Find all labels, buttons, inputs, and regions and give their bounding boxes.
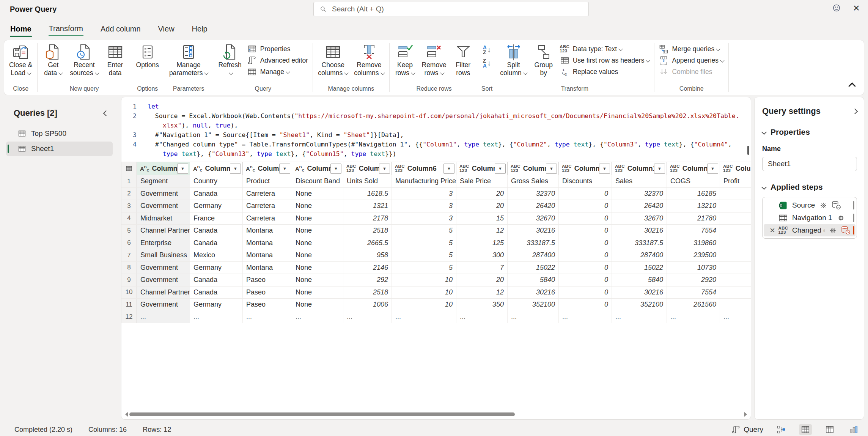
table-cell[interactable]: Government — [137, 299, 190, 311]
table-cell[interactable]: None — [292, 274, 343, 286]
table-cell[interactable]: Midmarket — [137, 212, 190, 225]
table-cell[interactable] — [720, 274, 751, 286]
ribbon-button-close-load[interactable]: Close &Load — [6, 42, 35, 78]
applied-step-navigation-1[interactable]: Navigation 1 — [764, 212, 855, 224]
table-cell[interactable]: 3 — [392, 188, 456, 200]
table-cell[interactable]: France — [190, 212, 243, 225]
gear-icon[interactable] — [819, 201, 828, 210]
table-cell[interactable]: 333187.5 — [508, 237, 559, 249]
table-cell[interactable]: None — [292, 299, 343, 311]
table-cell[interactable]: None — [292, 225, 343, 237]
table-cell[interactable]: 15022 — [508, 262, 559, 274]
table-cell[interactable]: Gross Sales — [508, 175, 559, 187]
ribbon-button-split-column[interactable]: Splitcolumn — [497, 42, 529, 78]
ribbon-button-manage[interactable]: Manage — [245, 66, 310, 77]
table-cell[interactable]: Paseo — [243, 286, 292, 299]
applied-steps-section-header[interactable]: Applied steps — [762, 183, 857, 192]
table-cell[interactable]: None — [292, 212, 343, 225]
table-cell[interactable]: ... — [508, 311, 559, 323]
filter-button-column10[interactable]: ▼ — [654, 164, 665, 174]
query-item-sheet1[interactable]: Sheet1 — [6, 142, 113, 156]
table-cell[interactable]: 1321 — [343, 200, 392, 212]
table-cell[interactable]: Carretera — [243, 188, 292, 200]
table-cell[interactable]: 2178 — [343, 212, 392, 225]
table-cell[interactable]: Channel Partners — [137, 225, 190, 237]
table-cell[interactable]: None — [292, 237, 343, 249]
table-cell[interactable]: Discount Band — [292, 175, 343, 187]
table-cell[interactable]: 1006 — [343, 299, 392, 311]
diagram-view-button[interactable] — [775, 424, 788, 435]
ribbon-button-choose-columns[interactable]: Choosecolumns — [315, 42, 351, 78]
table-cell[interactable] — [720, 200, 751, 212]
applied-step-source[interactable]: Source — [764, 199, 855, 211]
table-cell[interactable]: 13210 — [667, 200, 720, 212]
scroll-right-arrow-icon[interactable] — [744, 412, 747, 417]
table-cell[interactable]: ... — [612, 311, 667, 323]
table-cell[interactable]: Manufacturing Price — [392, 175, 456, 187]
table-cell[interactable]: 287400 — [612, 249, 667, 261]
table-cell[interactable]: Government — [137, 262, 190, 274]
table-cell[interactable]: 26420 — [508, 200, 559, 212]
table-cell[interactable]: Government — [137, 274, 190, 286]
ribbon-button-group-by[interactable]: Groupby — [530, 42, 557, 78]
table-cell[interactable]: 300 — [456, 249, 508, 261]
table-cell[interactable]: 319860 — [667, 237, 720, 249]
collapse-ribbon-chevron-icon[interactable] — [849, 83, 855, 90]
ribbon-button-sort-descending[interactable]: ZA↓ — [481, 57, 493, 68]
table-cell[interactable]: Country — [190, 175, 243, 187]
ribbon-button-get-data[interactable]: Getdata — [40, 42, 66, 78]
table-cell[interactable]: 292 — [343, 274, 392, 286]
table-cell[interactable]: None — [292, 262, 343, 274]
table-cell[interactable]: Units Sold — [343, 175, 392, 187]
table-cell[interactable]: None — [292, 249, 343, 261]
table-cell[interactable]: 21780 — [667, 212, 720, 225]
filter-button-column2[interactable]: ▼ — [230, 164, 241, 174]
table-cell[interactable]: Enterprise — [137, 237, 190, 249]
filter-button-column9[interactable]: ▼ — [599, 164, 610, 174]
applied-step-changed-c[interactable]: ×ABC123Changed c... — [764, 224, 855, 236]
table-cell[interactable]: 10 — [392, 286, 456, 299]
ribbon-button-enter-data[interactable]: Enterdata — [102, 42, 129, 78]
column-header-column6[interactable]: ABC123Column6▼ — [392, 162, 456, 175]
table-cell[interactable]: 20 — [456, 274, 508, 286]
table-cell[interactable]: Government — [137, 200, 190, 212]
table-cell[interactable] — [720, 299, 751, 311]
table-cell[interactable]: Profit — [720, 175, 751, 187]
column-header-column9[interactable]: ABC123Column9▼ — [559, 162, 612, 175]
table-cell[interactable]: Montana — [243, 262, 292, 274]
select-all-corner[interactable] — [121, 162, 137, 175]
ribbon-button-remove-rows[interactable]: Removerows — [419, 42, 449, 78]
table-cell[interactable]: 0 — [559, 188, 612, 200]
column-header-column12[interactable]: ABC123Column12▼ — [720, 162, 751, 175]
column-header-column10[interactable]: ABC123Column10▼ — [612, 162, 667, 175]
ribbon-button-replace-values[interactable]: 12Replace values — [558, 66, 652, 77]
table-cell[interactable]: 7554 — [667, 225, 720, 237]
table-cell[interactable]: 0 — [559, 212, 612, 225]
table-cell[interactable]: Discounts — [559, 175, 612, 187]
table-cell[interactable]: Sale Price — [456, 175, 508, 187]
table-cell[interactable]: 20 — [456, 188, 508, 200]
table-cell[interactable]: 30216 — [612, 286, 667, 299]
table-cell[interactable]: 30216 — [508, 286, 559, 299]
table-cell[interactable]: 352100 — [612, 299, 667, 311]
table-cell[interactable]: 2920 — [667, 274, 720, 286]
ribbon-button-advanced-editor[interactable]: Advanced editor — [245, 55, 310, 66]
table-cell[interactable]: Government — [137, 188, 190, 200]
table-cell[interactable]: Montana — [243, 225, 292, 237]
close-icon[interactable]: × — [853, 3, 860, 13]
ribbon-button-options[interactable]: Options — [134, 42, 162, 70]
table-cell[interactable] — [720, 225, 751, 237]
table-cell[interactable]: 5 — [392, 225, 456, 237]
column-header-column7[interactable]: ABC123Column7▼ — [456, 162, 508, 175]
ribbon-button-sort-ascending[interactable]: AZ↓ — [481, 44, 493, 55]
properties-section-header[interactable]: Properties — [762, 127, 857, 137]
table-cell[interactable]: Channel Partners — [137, 286, 190, 299]
table-cell[interactable]: 10730 — [667, 262, 720, 274]
filter-button-column7[interactable]: ▼ — [495, 164, 506, 174]
table-cell[interactable]: 3 — [392, 212, 456, 225]
table-cell[interactable]: 15 — [456, 212, 508, 225]
table-cell[interactable]: 5 — [392, 237, 456, 249]
tab-view[interactable]: View — [158, 24, 175, 40]
table-cell[interactable]: 5 — [392, 262, 456, 274]
table-view-button[interactable] — [799, 424, 812, 435]
